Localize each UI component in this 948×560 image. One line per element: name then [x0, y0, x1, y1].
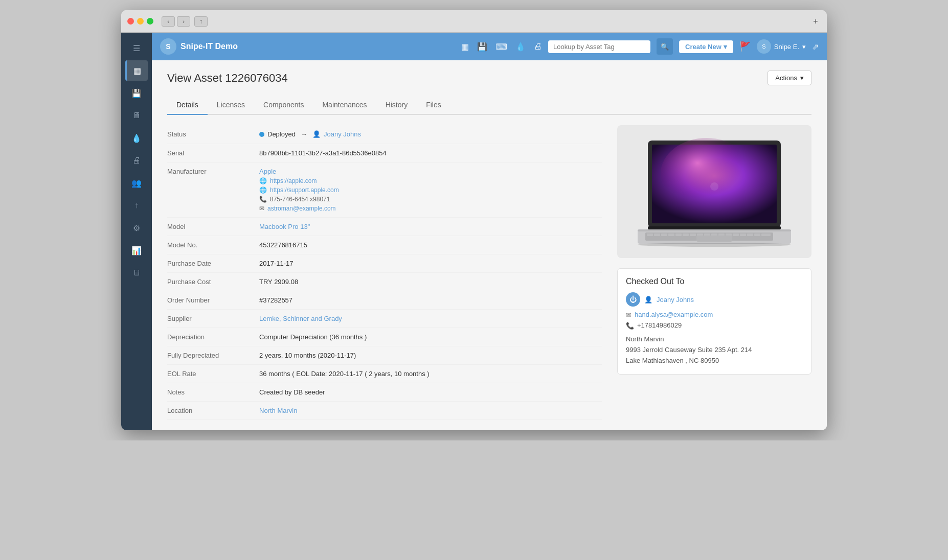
tab-maintenances[interactable]: Maintenances: [313, 96, 376, 115]
brand-avatar-text: S: [166, 42, 170, 51]
manufacturer-support-link[interactable]: https://support.apple.com: [270, 186, 339, 194]
status-value: Deployed → 👤 Joany Johns: [259, 130, 602, 138]
macbook-illustration: [617, 125, 811, 258]
model-label: Model: [167, 223, 259, 230]
fully-deprecated-label: Fully Depreciated: [167, 352, 259, 359]
minimize-button[interactable]: [137, 18, 144, 25]
print-nav-icon[interactable]: 🖨: [534, 42, 542, 51]
globe-icon: 🌐: [259, 177, 267, 184]
manufacturer-website-link[interactable]: https://apple.com: [270, 177, 317, 184]
status-deployed-dot: [259, 132, 264, 137]
page-header: View Asset 1226076034 Actions ▾: [167, 71, 811, 85]
manufacturer-name-link[interactable]: Apple: [259, 168, 602, 175]
sidebar-item-licenses[interactable]: 💾: [125, 83, 148, 103]
create-new-arrow: ▾: [724, 43, 727, 51]
share-icon[interactable]: ⇗: [812, 42, 819, 52]
sidebar-item-consumables[interactable]: 💧: [125, 128, 148, 148]
location-link[interactable]: North Marvin: [259, 407, 602, 414]
components-icon: 🖥: [132, 111, 141, 120]
checkout-title: Checked Out To: [626, 277, 803, 286]
sidebar-item-components[interactable]: 🖥: [125, 105, 148, 126]
svg-rect-7: [638, 229, 791, 231]
fully-deprecated-row: Fully Depreciated 2 years, 10 months (20…: [167, 346, 602, 365]
sidebar: ☰ ▦ 💾 🖥 💧 🖨 👥 ↑ ⚙: [121, 33, 152, 430]
model-no-label: Model No.: [167, 241, 259, 249]
back-button[interactable]: ‹: [162, 16, 175, 27]
supplier-link[interactable]: Lemke, Schinner and Grady: [259, 315, 602, 322]
sidebar-item-accessories[interactable]: 🖨: [125, 150, 148, 171]
svg-rect-11: [661, 234, 667, 236]
page-title: View Asset 1226076034: [167, 72, 288, 85]
create-new-label: Create New: [685, 43, 721, 51]
drop-nav-icon[interactable]: 💧: [515, 42, 526, 52]
tab-history[interactable]: History: [376, 96, 417, 115]
sidebar-item-menu[interactable]: ☰: [125, 38, 148, 58]
notes-label: Notes: [167, 388, 259, 396]
status-user-link[interactable]: Joany Johns: [324, 130, 361, 138]
close-button[interactable]: [127, 18, 134, 25]
search-button[interactable]: 🔍: [657, 38, 673, 55]
depreciation-value: Computer Depreciation (36 months ): [259, 333, 602, 341]
model-no-row: Model No. 4532276816715: [167, 236, 602, 254]
menu-icon: ☰: [133, 43, 140, 53]
manufacturer-row: Manufacturer Apple 🌐 https://apple.com 🌐…: [167, 162, 602, 218]
checkout-phone-item: 📞 +17814986029: [626, 321, 803, 330]
tab-files[interactable]: Files: [417, 96, 450, 115]
eol-rate-label: EOL Rate: [167, 370, 259, 378]
svg-rect-26: [696, 236, 732, 242]
manufacturer-value: Apple 🌐 https://apple.com 🌐 https://supp…: [259, 168, 602, 212]
supplier-row: Supplier Lemke, Schinner and Grady: [167, 310, 602, 328]
checkout-details: ✉ hand.alysa@example.com 📞 +17814986029 …: [626, 311, 803, 366]
users-icon: 👥: [131, 178, 142, 188]
order-number-value: #37282557: [259, 296, 602, 304]
forward-button[interactable]: ›: [177, 16, 190, 27]
order-number-row: Order Number #37282557: [167, 291, 602, 310]
status-row: Status Deployed → 👤 Joany Johns: [167, 125, 602, 144]
keyboard-nav-icon[interactable]: ⌨: [495, 42, 507, 52]
checkout-location: North Marvin: [626, 334, 803, 345]
sidebar-item-assets[interactable]: ▦: [125, 60, 148, 81]
purchase-date-row: Purchase Date 2017-11-17: [167, 254, 602, 273]
sidebar-item-settings[interactable]: ⚙: [125, 218, 148, 238]
purchase-date-label: Purchase Date: [167, 260, 259, 267]
search-input[interactable]: [548, 40, 650, 53]
tabs: Details Licenses Components Maintenances…: [167, 96, 811, 115]
consumables-icon: 💧: [131, 133, 142, 143]
user-avatar: S: [757, 39, 771, 54]
sidebar-item-monitor[interactable]: 🖥: [125, 263, 148, 283]
user-name: Snipe E.: [774, 43, 799, 51]
tab-details[interactable]: Details: [167, 96, 208, 115]
create-new-button[interactable]: Create New ▾: [679, 40, 733, 53]
main-content: S Snipe-IT Demo ▦ 💾 ⌨ 💧 🖨 🔍 Create New: [152, 33, 827, 430]
svg-point-3: [661, 138, 753, 209]
tab-components[interactable]: Components: [254, 96, 313, 115]
svg-rect-12: [668, 234, 674, 236]
svg-rect-9: [647, 234, 653, 236]
save-nav-icon[interactable]: 💾: [477, 42, 487, 52]
actions-button[interactable]: Actions ▾: [768, 71, 811, 85]
fully-deprecated-value: 2 years, 10 months (2020-11-17): [259, 352, 602, 359]
checkout-address1: 9993 Jerrold Causeway Suite 235 Apt. 214: [626, 345, 803, 356]
tab-licenses[interactable]: Licenses: [208, 96, 254, 115]
checkout-email-link[interactable]: hand.alysa@example.com: [635, 311, 713, 318]
checkout-user-link[interactable]: Joany Johns: [657, 296, 694, 304]
model-no-value: 4532276816715: [259, 241, 602, 249]
flag-icon[interactable]: 🚩: [739, 41, 751, 52]
support-icon: 🌐: [259, 186, 267, 194]
maximize-button[interactable]: [147, 18, 153, 25]
status-arrow-icon: →: [301, 130, 307, 138]
checkout-address: North Marvin 9993 Jerrold Causeway Suite…: [626, 334, 803, 366]
sidebar-item-reports[interactable]: 📊: [125, 240, 148, 261]
upload-button[interactable]: ↑: [194, 16, 208, 27]
checkout-email-item: ✉ hand.alysa@example.com: [626, 311, 803, 319]
sidebar-item-users[interactable]: 👥: [125, 173, 148, 193]
manufacturer-phone: 875-746-6454 x98071: [270, 196, 330, 203]
user-menu[interactable]: S Snipe E. ▾: [757, 39, 806, 54]
manufacturer-email-link[interactable]: astroman@example.com: [267, 205, 336, 212]
sidebar-item-upload[interactable]: ↑: [125, 195, 148, 216]
purchase-cost-label: Purchase Cost: [167, 278, 259, 286]
barcode-nav-icon[interactable]: ▦: [461, 42, 469, 52]
svg-rect-23: [747, 234, 753, 236]
new-tab-button[interactable]: +: [810, 16, 821, 27]
model-link[interactable]: Macbook Pro 13": [259, 223, 602, 230]
